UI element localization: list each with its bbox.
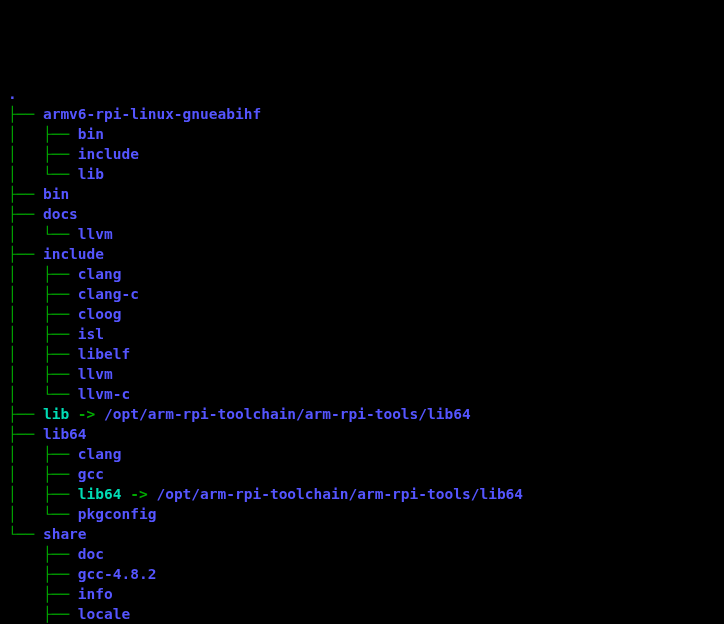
dir-share-info: ├── info	[8, 584, 724, 604]
dir-docs-llvm: │ └── llvm	[8, 224, 724, 244]
dir-share: └── share	[8, 524, 724, 544]
dir-armv6-lib: │ └── lib	[8, 164, 724, 184]
dir-armv6-bin: │ ├── bin	[8, 124, 724, 144]
dir-armv6: ├── armv6-rpi-linux-gnueabihf	[8, 104, 724, 124]
tree-root-dot: .	[8, 84, 724, 104]
dir-include-cloog: │ ├── cloog	[8, 304, 724, 324]
dir-include-isl: │ ├── isl	[8, 324, 724, 344]
dir-include-llvm: │ ├── llvm	[8, 364, 724, 384]
dir-lib64-pkgconfig: │ └── pkgconfig	[8, 504, 724, 524]
symlink-lib: ├── lib -> /opt/arm-rpi-toolchain/arm-rp…	[8, 404, 724, 424]
dir-share-locale: ├── locale	[8, 604, 724, 624]
dir-include-llvm-c: │ └── llvm-c	[8, 384, 724, 404]
symlink-lib64-lib64: │ ├── lib64 -> /opt/arm-rpi-toolchain/ar…	[8, 484, 724, 504]
directory-tree-output: .├── armv6-rpi-linux-gnueabihf│ ├── bin│…	[8, 84, 724, 624]
dir-lib64: ├── lib64	[8, 424, 724, 444]
dir-include-clang: │ ├── clang	[8, 264, 724, 284]
dir-include-clang-c: │ ├── clang-c	[8, 284, 724, 304]
dir-share-gcc: ├── gcc-4.8.2	[8, 564, 724, 584]
dir-lib64-clang: │ ├── clang	[8, 444, 724, 464]
dir-include-libelf: │ ├── libelf	[8, 344, 724, 364]
dir-docs: ├── docs	[8, 204, 724, 224]
dir-bin: ├── bin	[8, 184, 724, 204]
dir-lib64-gcc: │ ├── gcc	[8, 464, 724, 484]
dir-armv6-include: │ ├── include	[8, 144, 724, 164]
dir-share-doc: ├── doc	[8, 544, 724, 564]
dir-include: ├── include	[8, 244, 724, 264]
